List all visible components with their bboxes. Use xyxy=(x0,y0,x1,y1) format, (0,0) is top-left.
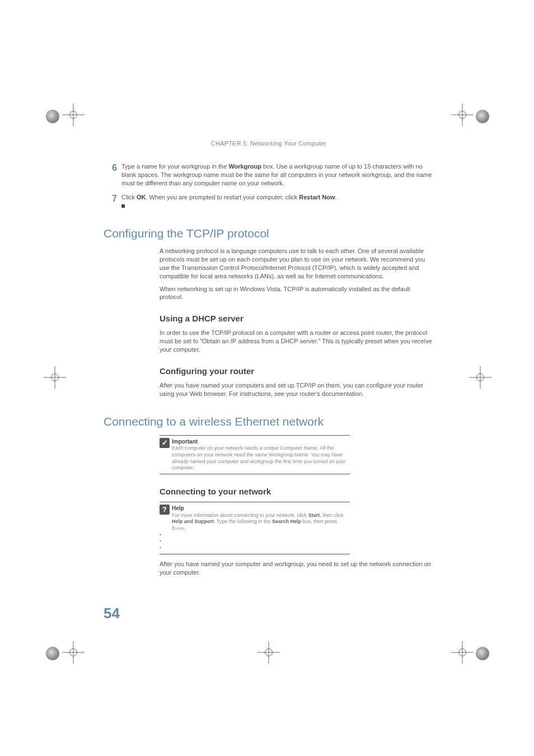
paragraph: After you have named your computers and … xyxy=(160,381,434,398)
chapter-header: CHAPTER 5: Networking Your Computer xyxy=(104,140,434,147)
text: For more information about connecting to… xyxy=(172,512,308,518)
bold: Workgroup xyxy=(228,163,261,170)
paragraph: A networking protocol is a language comp… xyxy=(160,247,434,280)
crop-disc-tl xyxy=(46,110,59,123)
text: . When you are prompted to restart your … xyxy=(146,194,299,200)
text: Type a name for your workgroup in the xyxy=(121,163,228,170)
text: . Type the following in the xyxy=(214,519,272,524)
text: , then click xyxy=(320,512,344,518)
crop-disc-br xyxy=(476,647,489,660)
crop-disc-tr xyxy=(476,110,489,123)
bold: Start xyxy=(308,512,320,518)
important-callout: ✓ Important Each computer on your networ… xyxy=(160,435,350,474)
heading-connecting-wireless: Connecting to a wireless Ethernet networ… xyxy=(104,415,434,428)
heading-router: Configuring your router xyxy=(160,366,434,376)
callout-title: Help xyxy=(172,505,184,511)
callout-title: Important xyxy=(172,438,198,445)
crop-disc-bl xyxy=(46,647,59,660)
bold: Restart Now xyxy=(299,194,335,200)
crop-cross-tr xyxy=(451,104,474,126)
heading-configuring-tcpip: Configuring the TCP/IP protocol xyxy=(104,227,434,240)
text: . xyxy=(335,194,336,200)
crop-cross-tl xyxy=(62,104,85,126)
step-7: 7 Click OK. When you are prompted to res… xyxy=(104,193,434,211)
step-text: Click OK. When you are prompted to resta… xyxy=(121,193,434,211)
crop-cross-br xyxy=(451,641,474,664)
crop-cross-ml xyxy=(44,366,66,389)
heading-dhcp: Using a DHCP server xyxy=(160,314,434,323)
crop-cross-bl xyxy=(62,641,85,664)
callout-text: Each computer on your network needs a un… xyxy=(172,445,346,470)
paragraph: After you have named your computer and w… xyxy=(160,560,434,577)
bold: Help and Support xyxy=(172,519,214,524)
crop-cross-bc xyxy=(257,641,280,664)
bold: OK xyxy=(137,194,146,200)
text: . xyxy=(184,525,186,531)
step-6: 6 Type a name for your workgroup in the … xyxy=(104,162,434,188)
step-number: 7 xyxy=(104,193,121,204)
step-number: 6 xyxy=(104,162,121,173)
check-icon: ✓ xyxy=(160,438,170,448)
paragraph: In order to use the TCP/IP protocol on a… xyxy=(160,329,434,354)
heading-connecting-network: Connecting to your network xyxy=(160,487,434,496)
question-icon: ? xyxy=(160,505,170,515)
help-callout: ? Help For more information about connec… xyxy=(160,502,350,554)
crop-cross-mr xyxy=(469,366,491,389)
smallcaps: Enter xyxy=(172,525,184,531)
end-of-steps-icon xyxy=(121,204,125,208)
page-number: 54 xyxy=(104,605,120,622)
text: Click xyxy=(121,194,137,200)
bold: Search Help xyxy=(272,519,301,524)
paragraph: When networking is set up in Windows Vis… xyxy=(160,285,434,302)
step-text: Type a name for your workgroup in the Wo… xyxy=(121,162,434,188)
text: box, then press xyxy=(301,519,337,524)
